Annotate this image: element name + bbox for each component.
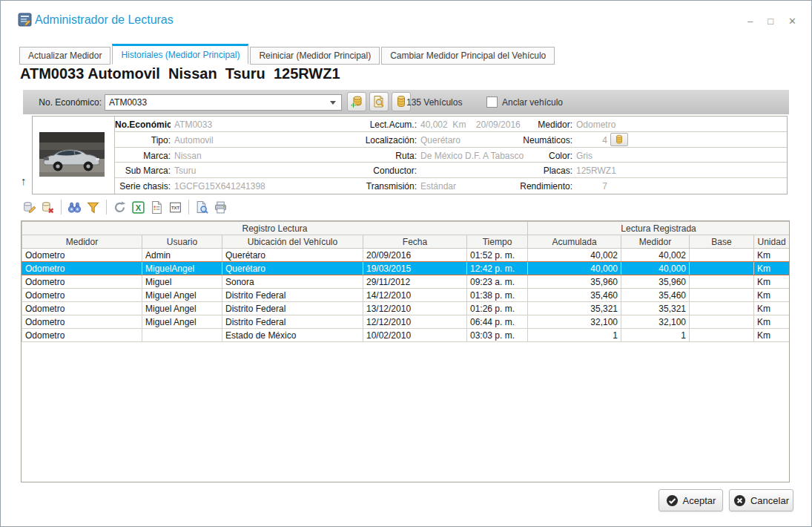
- cell[interactable]: 12:42 p. m.: [467, 262, 528, 275]
- cell[interactable]: 35,460: [621, 289, 690, 302]
- cell[interactable]: Odometro: [22, 315, 142, 329]
- cell[interactable]: 14/12/2010: [363, 289, 467, 302]
- cell[interactable]: Odometro: [22, 275, 142, 289]
- cell[interactable]: 35,321: [621, 302, 690, 315]
- cell[interactable]: Odometro: [22, 329, 142, 342]
- cell[interactable]: Km: [754, 329, 790, 342]
- cell[interactable]: Odometro: [22, 249, 142, 262]
- cell[interactable]: Estado de México: [222, 329, 363, 342]
- cell[interactable]: [690, 275, 754, 289]
- group-registro-lectura[interactable]: Registro Lectura: [22, 222, 528, 235]
- col-medidor[interactable]: Medidor: [22, 235, 142, 249]
- cell[interactable]: 40,000: [528, 262, 621, 275]
- cell[interactable]: 40,000: [621, 262, 690, 275]
- economic-number-combobox[interactable]: ATM0033: [105, 94, 342, 111]
- cell[interactable]: [690, 315, 754, 329]
- col-fecha[interactable]: Fecha: [363, 235, 467, 249]
- cell[interactable]: 10/02/2010: [363, 329, 467, 342]
- cell[interactable]: 32,100: [528, 315, 621, 329]
- print-button[interactable]: [213, 200, 228, 215]
- cancel-button[interactable]: Cancelar: [729, 489, 793, 511]
- cell[interactable]: 13/12/2010: [363, 302, 467, 315]
- cell[interactable]: [690, 329, 754, 342]
- col-acumulada[interactable]: Acumulada: [528, 235, 621, 249]
- col-ubicacion[interactable]: Ubicación del Vehículo: [222, 235, 363, 249]
- cell[interactable]: [690, 302, 754, 315]
- cell[interactable]: 19/03/2015: [363, 262, 467, 275]
- table-row[interactable]: Odometro Miguel Angel Distrito Federal 1…: [22, 315, 790, 329]
- cell[interactable]: 01:52 p. m.: [467, 249, 528, 262]
- delete-record-button[interactable]: [40, 200, 56, 215]
- tab-historiales[interactable]: Historiales (Medidor Principal): [112, 44, 248, 65]
- tab-actualizar-medidor[interactable]: Actualizar Medidor: [19, 47, 110, 65]
- cell[interactable]: Miguel: [142, 275, 222, 289]
- cell[interactable]: Odometro: [22, 289, 142, 302]
- search-vehicle-button[interactable]: [369, 92, 389, 111]
- cell[interactable]: [690, 289, 754, 302]
- pin-vehicle-checkbox[interactable]: [486, 96, 498, 108]
- accept-button[interactable]: Aceptar: [658, 489, 723, 511]
- col-usuario[interactable]: Usuario: [142, 235, 222, 249]
- cell[interactable]: 01:26 p. m.: [467, 302, 528, 315]
- cell[interactable]: Admin: [142, 249, 222, 262]
- cell[interactable]: [142, 329, 222, 342]
- cell[interactable]: Miguel Angel: [142, 315, 222, 329]
- export-excel-button[interactable]: X: [131, 200, 146, 215]
- cell[interactable]: 35,321: [528, 302, 621, 315]
- minimize-button[interactable]: –: [747, 16, 753, 26]
- cell[interactable]: Km: [754, 249, 790, 262]
- cell[interactable]: Odometro: [22, 302, 142, 315]
- cell[interactable]: Querétaro: [222, 262, 363, 275]
- cell[interactable]: Km: [754, 262, 790, 275]
- cell[interactable]: 35,460: [528, 289, 621, 302]
- cell[interactable]: Querétaro: [222, 249, 363, 262]
- table-row[interactable]: Odometro Miguel Angel Distrito Federal 1…: [22, 302, 790, 315]
- cell[interactable]: Miguel Angel: [142, 302, 222, 315]
- col-unidad[interactable]: Unidad: [754, 235, 790, 249]
- edit-record-button[interactable]: [22, 200, 37, 215]
- cell[interactable]: Km: [754, 315, 790, 329]
- add-vehicle-button[interactable]: [347, 92, 366, 111]
- export-document-button[interactable]: [149, 200, 165, 215]
- cell[interactable]: [690, 262, 754, 275]
- col-base[interactable]: Base: [690, 235, 754, 249]
- cell[interactable]: 09:23 a. m.: [467, 275, 528, 289]
- tires-button[interactable]: [610, 133, 628, 146]
- cell[interactable]: 01:38 p. m.: [467, 289, 528, 302]
- table-row[interactable]: Odometro Miguel Angel Distrito Federal 1…: [22, 289, 790, 302]
- cell[interactable]: 35,960: [621, 275, 690, 289]
- cell[interactable]: Sonora: [222, 275, 363, 289]
- cell[interactable]: Distrito Federal: [222, 315, 363, 329]
- cell[interactable]: Km: [754, 289, 790, 302]
- cell[interactable]: Km: [754, 302, 790, 315]
- tab-reiniciar[interactable]: Reiniciar (Medidor Principal): [250, 47, 380, 65]
- cell[interactable]: 32,100: [621, 315, 690, 329]
- cell[interactable]: Km: [754, 275, 790, 289]
- cell[interactable]: MiguelAngel: [142, 262, 222, 275]
- col-medidor-lectura[interactable]: Medidor: [621, 235, 690, 249]
- find-button[interactable]: [67, 200, 82, 215]
- table-row[interactable]: Odometro Admin Querétaro 20/09/2016 01:5…: [22, 249, 790, 262]
- collapse-up-arrow[interactable]: ↑: [21, 174, 27, 187]
- cell[interactable]: Odometro: [22, 262, 142, 275]
- cell[interactable]: [690, 249, 754, 262]
- col-tiempo[interactable]: Tiempo: [467, 235, 528, 249]
- filter-button[interactable]: [85, 200, 101, 215]
- cell[interactable]: 03:03 p. m.: [467, 329, 528, 342]
- cell[interactable]: 40,002: [528, 249, 621, 262]
- cell[interactable]: 20/09/2016: [363, 249, 467, 262]
- table-row[interactable]: Odometro Miguel Sonora 29/11/2012 09:23 …: [22, 275, 790, 289]
- tab-cambiar-medidor[interactable]: Cambiar Medidor Principal del Vehículo: [381, 47, 555, 65]
- cell[interactable]: 1: [621, 329, 690, 342]
- cell[interactable]: Distrito Federal: [222, 302, 363, 315]
- table-row-selected[interactable]: Odometro MiguelAngel Querétaro 19/03/201…: [22, 262, 790, 275]
- cell[interactable]: 40,002: [621, 249, 690, 262]
- chevron-down-icon[interactable]: [330, 101, 336, 105]
- group-lectura-registrada[interactable]: Lectura Registrada: [528, 222, 790, 235]
- print-preview-button[interactable]: [194, 200, 210, 215]
- cell[interactable]: 12/12/2010: [363, 315, 467, 329]
- export-txt-button[interactable]: TXT: [168, 200, 183, 215]
- cell[interactable]: 1: [528, 329, 621, 342]
- cell[interactable]: Distrito Federal: [222, 289, 363, 302]
- cell[interactable]: 29/11/2012: [363, 275, 467, 289]
